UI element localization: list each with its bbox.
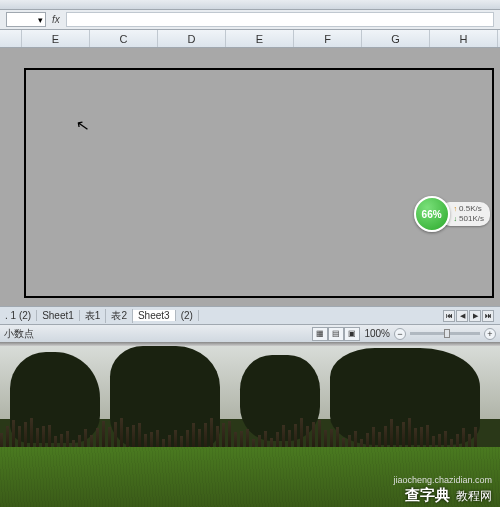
column-header[interactable]: G — [362, 30, 430, 47]
ribbon-strip — [0, 0, 500, 10]
upload-speed: 0.5K/s — [459, 204, 482, 214]
sheet-tab-bar: . 1 (2) Sheet1 表1 表2 Sheet3 (2) ⏮ ◀ ▶ ⏭ — [0, 306, 500, 324]
status-mode: 小数点 — [4, 327, 34, 341]
zoom-slider[interactable] — [410, 332, 480, 335]
column-header[interactable]: C — [90, 30, 158, 47]
background-photo: jiaocheng.chazidian.com 查字典 教程网 — [0, 346, 500, 507]
download-icon: ↓ — [454, 214, 458, 224]
watermark-suffix: 教程网 — [456, 488, 492, 505]
tab-prev-icon[interactable]: ◀ — [456, 310, 468, 322]
column-header[interactable]: E — [22, 30, 90, 47]
sheet-tab[interactable]: 表2 — [106, 309, 133, 323]
watermark: 查字典 教程网 — [405, 486, 492, 505]
column-header[interactable]: D — [158, 30, 226, 47]
worksheet-area[interactable]: ↖ 66% ↑0.5K/s ↓501K/s — [0, 48, 500, 306]
fx-label[interactable]: fx — [52, 14, 60, 25]
status-bar: 小数点 ▦ ▤ ▣ 100% − + — [0, 324, 500, 342]
upload-icon: ↑ — [454, 204, 458, 214]
column-header[interactable]: F — [294, 30, 362, 47]
name-box[interactable]: ▾ — [6, 12, 46, 27]
column-header[interactable]: E — [226, 30, 294, 47]
sheet-tab[interactable]: Sheet1 — [37, 310, 80, 321]
zoom-percent[interactable]: 100% — [364, 328, 390, 339]
select-all-corner[interactable] — [0, 30, 22, 47]
network-percent-badge: 66% — [414, 196, 450, 232]
zoom-thumb[interactable] — [444, 329, 450, 338]
tab-first-icon[interactable]: ⏮ — [443, 310, 455, 322]
sheet-tab[interactable]: Sheet3 — [133, 310, 176, 321]
tab-nav-buttons: ⏮ ◀ ▶ ⏭ — [443, 310, 500, 322]
column-header[interactable]: H — [430, 30, 498, 47]
view-layout-icon[interactable]: ▤ — [328, 327, 344, 341]
column-headers: E C D E F G H — [0, 30, 500, 48]
sheet-tab[interactable]: 表1 — [80, 309, 107, 323]
sheet-tab[interactable]: . 1 (2) — [0, 310, 37, 321]
selection-rectangle[interactable] — [24, 68, 494, 298]
download-speed: 501K/s — [459, 214, 484, 224]
watermark-url: jiaocheng.chazidian.com — [393, 475, 492, 485]
formula-input[interactable] — [66, 12, 494, 27]
sheet-tab[interactable]: (2) — [176, 310, 199, 321]
formula-bar: ▾ fx — [0, 10, 500, 30]
view-pagebreak-icon[interactable]: ▣ — [344, 327, 360, 341]
tab-next-icon[interactable]: ▶ — [469, 310, 481, 322]
zoom-in-button[interactable]: + — [484, 328, 496, 340]
watermark-brand: 查字典 — [405, 486, 450, 505]
zoom-out-button[interactable]: − — [394, 328, 406, 340]
tab-last-icon[interactable]: ⏭ — [482, 310, 494, 322]
view-normal-icon[interactable]: ▦ — [312, 327, 328, 341]
view-buttons: ▦ ▤ ▣ — [312, 327, 360, 341]
network-speed-widget[interactable]: 66% ↑0.5K/s ↓501K/s — [414, 196, 490, 232]
